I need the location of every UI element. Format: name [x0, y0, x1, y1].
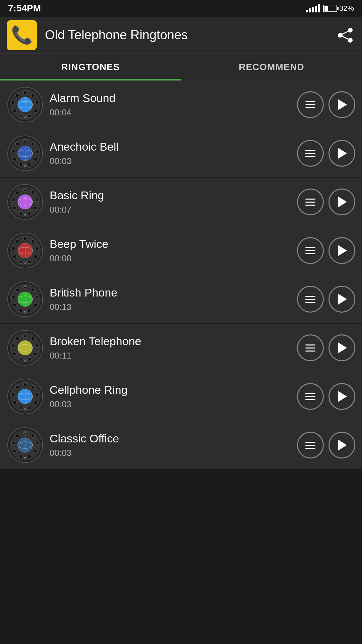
play-button[interactable] [328, 189, 355, 215]
list-item: 1 9 Classic Office 00:03 [0, 421, 362, 470]
play-icon [338, 342, 347, 353]
ringtone-actions [297, 140, 355, 167]
menu-button[interactable] [297, 334, 324, 361]
svg-text:1: 1 [24, 381, 26, 385]
ringtone-thumbnail: 1 9 [7, 378, 44, 415]
ringtone-duration: 00:11 [50, 351, 291, 361]
svg-point-132 [36, 441, 39, 445]
svg-point-68 [13, 255, 16, 258]
tab-ringtones[interactable]: RINGTONES [0, 54, 181, 80]
svg-point-117 [27, 406, 31, 410]
svg-point-29 [31, 142, 35, 146]
svg-text:9: 9 [24, 116, 26, 119]
svg-point-103 [12, 344, 15, 347]
svg-point-67 [19, 260, 23, 264]
svg-line-3 [340, 30, 350, 35]
svg-text:9: 9 [24, 213, 26, 216]
status-time: 7:54PM [8, 3, 41, 14]
menu-icon [305, 344, 315, 352]
tab-recommend[interactable]: RECOMMEND [181, 54, 362, 80]
ringtone-name: Beep Twice [50, 237, 291, 251]
svg-text:9: 9 [24, 456, 26, 460]
menu-button[interactable] [297, 383, 324, 410]
svg-text:1: 1 [24, 284, 26, 287]
svg-point-47 [36, 198, 39, 202]
svg-text:9: 9 [24, 164, 26, 168]
play-button[interactable] [328, 432, 355, 459]
play-button[interactable] [328, 140, 355, 167]
list-item: 1 9 Basic Ring 00:07 [0, 178, 362, 226]
svg-text:1: 1 [24, 235, 26, 239]
svg-point-131 [31, 434, 35, 437]
svg-text:1: 1 [24, 90, 26, 93]
list-item: 1 9 Anechoic Bell 00:03 [0, 129, 362, 178]
svg-point-46 [31, 191, 35, 194]
ringtone-info: Broken Telephone 00:11 [50, 335, 291, 361]
svg-point-83 [27, 309, 31, 312]
ringtone-info: Basic Ring 00:07 [50, 189, 291, 215]
menu-button[interactable] [297, 432, 324, 459]
ringtone-actions [297, 91, 355, 118]
svg-point-84 [19, 309, 23, 312]
ringtone-thumbnail: 1 9 [7, 232, 44, 269]
play-button[interactable] [328, 237, 355, 264]
menu-button[interactable] [297, 189, 324, 215]
svg-text:9: 9 [24, 408, 26, 411]
svg-text:1: 1 [24, 138, 26, 142]
menu-button[interactable] [297, 140, 324, 167]
svg-point-133 [34, 449, 37, 453]
app-header: 📞 Old Telephone Ringtones [0, 17, 362, 54]
menu-icon [305, 150, 315, 157]
ringtone-thumbnail: 1 9 [7, 135, 44, 172]
svg-point-34 [13, 158, 16, 161]
status-bar: 7:54PM 32% [0, 0, 362, 17]
svg-point-63 [31, 239, 35, 243]
svg-text:1: 1 [24, 333, 26, 336]
menu-icon [305, 442, 315, 449]
svg-point-36 [16, 142, 19, 146]
svg-point-18 [12, 101, 15, 104]
status-icons: 32% [306, 4, 354, 13]
svg-point-138 [16, 434, 19, 437]
svg-point-116 [34, 401, 37, 404]
ringtone-name: Basic Ring [50, 189, 291, 202]
svg-point-80 [31, 288, 35, 291]
ringtone-duration: 00:13 [50, 302, 291, 312]
ringtone-name: Broken Telephone [50, 335, 291, 348]
ringtone-actions [297, 383, 355, 410]
ringtone-thumbnail: 1 9 [7, 329, 44, 366]
play-button[interactable] [328, 91, 355, 118]
ringtone-actions [297, 286, 355, 313]
ringtone-actions [297, 432, 355, 459]
play-button[interactable] [328, 383, 355, 410]
play-icon [338, 99, 347, 110]
menu-button[interactable] [297, 91, 324, 118]
ringtone-duration: 00:04 [50, 107, 291, 118]
svg-point-16 [19, 114, 23, 118]
ringtone-actions [297, 237, 355, 264]
ringtone-info: British Phone 00:13 [50, 286, 291, 312]
share-button[interactable] [335, 25, 355, 45]
svg-point-14 [34, 109, 37, 112]
menu-icon [305, 247, 315, 254]
svg-point-118 [19, 406, 23, 410]
svg-point-33 [19, 163, 23, 166]
list-item: 1 9 Cellphone Ring 00:03 [0, 372, 362, 421]
svg-point-35 [12, 150, 15, 153]
play-button[interactable] [328, 286, 355, 313]
play-icon [338, 197, 347, 207]
menu-button[interactable] [297, 286, 324, 313]
svg-point-81 [36, 296, 39, 299]
ringtone-info: Classic Office 00:03 [50, 432, 291, 458]
svg-point-97 [31, 337, 35, 340]
menu-icon [305, 393, 315, 400]
play-icon [338, 148, 347, 159]
ringtone-info: Anechoic Bell 00:03 [50, 140, 291, 166]
svg-point-82 [34, 304, 37, 307]
ringtone-duration: 00:08 [50, 253, 291, 264]
svg-point-30 [36, 150, 39, 153]
play-button[interactable] [328, 334, 355, 361]
svg-point-66 [27, 260, 31, 264]
menu-button[interactable] [297, 237, 324, 264]
share-icon [337, 27, 354, 44]
